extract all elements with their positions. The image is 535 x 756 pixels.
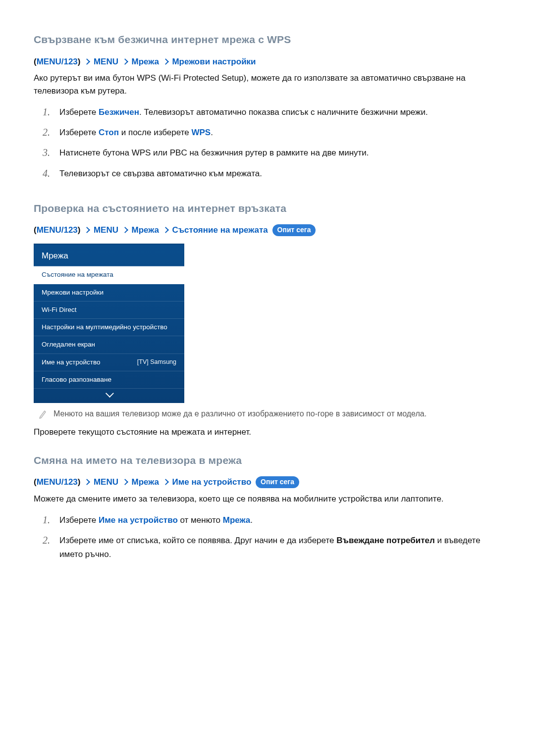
paren-close: ) [78,57,81,66]
chevron-right-icon [122,58,128,65]
pencil-icon [39,409,47,419]
rename-steps: 1. Изберете Име на устройство от менюто … [43,510,501,564]
chevron-right-icon [162,479,169,485]
step-number: 2. [43,534,51,560]
section-rename: Смяна на името на телевизора в мрежа (ME… [34,453,501,564]
heading-rename: Смяна на името на телевизора в мрежа [34,453,501,468]
breadcrumb-status: (MENU/123) MENU Мрежа Състояние на мрежа… [34,224,501,237]
chevron-right-icon [162,227,169,233]
crumb-menu123: MENU/123 [37,57,78,66]
step-text: Изберете Стоп и после изберете WPS. [59,126,501,139]
section-wps: Свързване към безжична интернет мрежа с … [34,32,501,184]
menu-scroll-down[interactable] [34,389,184,403]
try-now-badge[interactable]: Опит сега [272,224,316,236]
step-number: 4. [43,167,51,180]
menu-item-label: Име на устройство [42,357,101,367]
menu-item-label: Огледален екран [42,340,95,350]
step-number: 2. [43,126,51,139]
menu-item-voice[interactable]: Гласово разпознаване [34,371,184,389]
step-number: 1. [43,513,51,527]
step-text: Изберете име от списъка, който се появяв… [59,534,501,560]
wps-intro: Ако рутерът ви има бутон WPS (Wi-Fi Prot… [34,72,501,97]
chevron-right-icon [122,227,128,233]
crumb-menu: MENU [94,57,118,66]
heading-wps: Свързване към безжична интернет мрежа с … [34,32,501,48]
chevron-right-icon [84,227,90,233]
list-item: 1. Изберете Име на устройство от менюто … [43,510,501,530]
menu-item-label: Мрежови настройки [42,288,104,298]
crumb-netsettings: Мрежови настройки [172,57,256,66]
rename-intro: Можете да смените името за телевизора, к… [34,493,501,505]
list-item: 2. Изберете Стоп и после изберете WPS. [43,122,501,143]
wps-steps: 1. Изберете Безжичен. Телевизорът автома… [43,102,501,184]
list-item: 2. Изберете име от списъка, който се поя… [43,530,501,564]
heading-status: Проверка на състоянието на интернет връз… [34,201,501,216]
menu-item-mirror[interactable]: Огледален екран [34,336,184,353]
step-text: Изберете Безжичен. Телевизорът автоматич… [59,105,501,119]
list-item: 1. Изберете Безжичен. Телевизорът автома… [43,102,501,122]
try-now-badge[interactable]: Опит сега [256,476,299,488]
menu-item-label: Настройки на мултимедийно устройство [42,322,167,332]
menu-item-wifi-direct[interactable]: Wi-Fi Direct [34,302,184,319]
menu-item-device-name[interactable]: Име на устройство [TV] Samsung [34,354,184,371]
chevron-right-icon [122,479,128,485]
menu-item-network-status[interactable]: Състояние на мрежата [34,266,184,284]
note-line: Менюто на вашия телевизор може да е разл… [39,408,501,420]
list-item: 3. Натиснете бутона WPS или PBC на безжи… [43,143,501,163]
menu-item-value: [TV] Samsung [137,357,176,367]
network-menu-card: Мрежа Състояние на мрежата Мрежови настр… [34,244,184,403]
chevron-down-icon [106,389,114,398]
step-number: 3. [43,146,51,159]
menu-title: Мрежа [34,244,184,267]
chevron-right-icon [84,58,90,65]
breadcrumb-rename: (MENU/123) MENU Мрежа Име на устройство … [34,476,501,489]
menu-item-label: Състояние на мрежата [42,270,113,280]
list-item: 4. Телевизорът се свързва автоматично къ… [43,163,501,184]
chevron-right-icon [162,58,169,65]
step-number: 1. [43,105,51,119]
step-text: Натиснете бутона WPS или PBC на безжични… [59,146,501,159]
crumb-network: Мрежа [131,57,159,66]
step-text: Телевизорът се свързва автоматично към м… [59,167,501,180]
status-body: Проверете текущото състояние на мрежата … [34,426,501,439]
section-status: Проверка на състоянието на интернет връз… [34,201,501,439]
step-text: Изберете Име на устройство от менюто Мре… [59,513,501,527]
menu-item-label: Гласово разпознаване [42,375,111,385]
menu-item-label: Wi-Fi Direct [42,305,77,315]
chevron-right-icon [84,479,90,485]
note-text: Менюто на вашия телевизор може да е разл… [54,408,427,420]
menu-item-network-settings[interactable]: Мрежови настройки [34,284,184,302]
menu-item-multimedia[interactable]: Настройки на мултимедийно устройство [34,319,184,336]
breadcrumb-wps: (MENU/123) MENU Мрежа Мрежови настройки [34,55,501,68]
